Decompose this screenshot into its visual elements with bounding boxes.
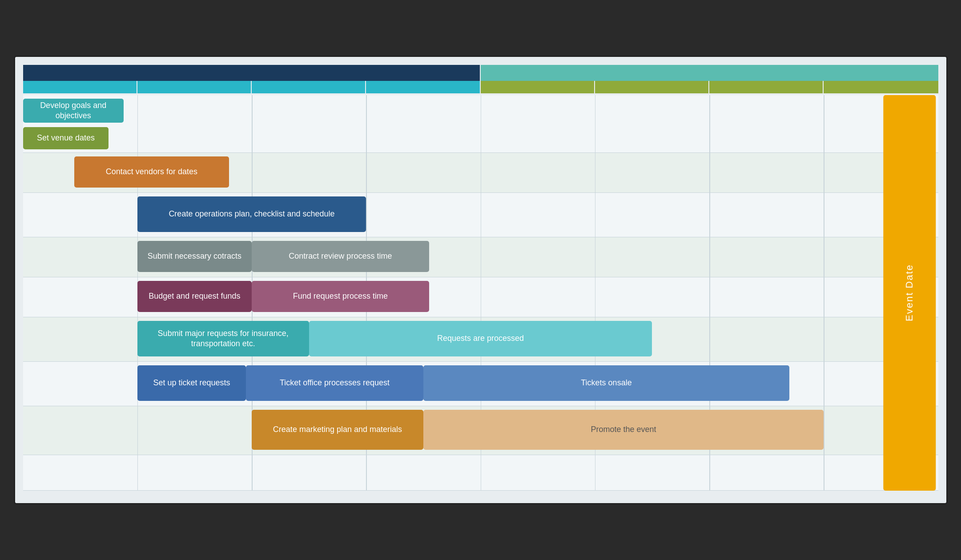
week-8-header [824,81,938,93]
gantt-container: Develop goals and objectivesSet venue da… [23,65,938,495]
week-header-row [23,81,938,93]
week-3-header [252,81,366,93]
task-bar: Create marketing plan and materials [252,410,423,450]
task-bar: Set up ticket requests [137,365,246,401]
task-bar: Ticket office processes request [246,365,423,401]
task-bar: Budget and request funds [137,281,252,312]
task-bar: Promote the event [423,410,824,450]
gantt-bg-row [23,95,938,153]
task-bar: Submit major requests for insurance, tra… [137,321,309,356]
task-bar: Tickets onsale [423,365,789,401]
grid-line [824,95,824,491]
week-4-header [366,81,480,93]
task-bar: Create operations plan, checklist and sc… [137,196,366,232]
month-header-row [23,65,938,81]
week-2-header [137,81,252,93]
gantt-bg-row [23,455,938,491]
event-date-bar: Event Date [883,95,936,491]
month-first [23,65,481,81]
task-bar: Contact vendors for dates [74,156,229,188]
week-1-header [23,81,137,93]
gantt-body: Develop goals and objectivesSet venue da… [23,95,938,495]
month-second [481,65,938,81]
week-7-header [709,81,824,93]
chart-wrapper: Develop goals and objectivesSet venue da… [14,56,948,504]
task-bar: Submit necessary cotracts [137,241,252,272]
task-bar: Contract review process time [252,241,429,272]
task-bar: Set venue dates [23,127,109,149]
week-5-header [481,81,595,93]
task-bar: Develop goals and objectives [23,99,124,123]
week-6-header [595,81,709,93]
task-bar: Requests are processed [309,321,652,356]
task-bar: Fund request process time [252,281,429,312]
